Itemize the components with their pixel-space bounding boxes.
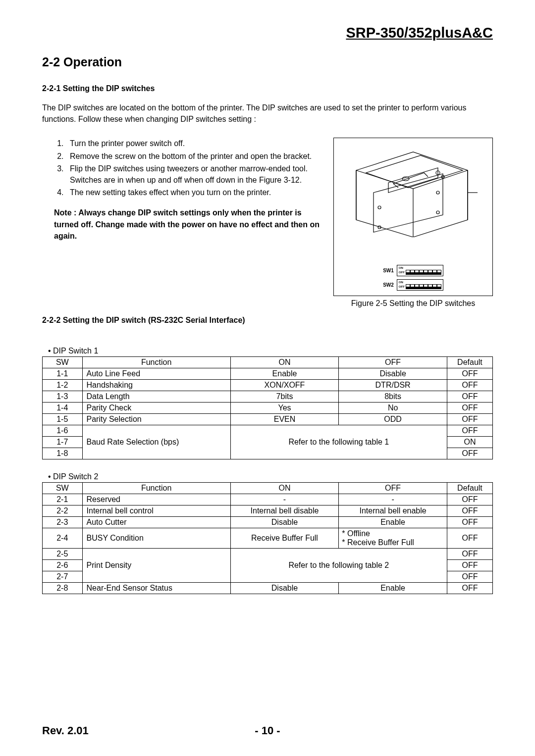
subsection-2-2-2-title: 2-2-2 Setting the DIP switch (RS-232C Se… [42,316,493,325]
step-1: Turn the printer power switch off. [66,138,326,149]
svg-point-6 [436,211,439,214]
dip2-label: • DIP Switch 2 [48,472,493,481]
figure-box: SW1 ON OFF SW2 ON [333,138,493,296]
section-title: 2-2 Operation [42,55,493,69]
revision-label: Rev. 2.01 [42,724,89,737]
document-header-title: SRP-350/352plusA&C [42,25,493,41]
on-label: ON [399,266,403,269]
step-2: Remove the screw on the bottom of the pr… [66,151,326,162]
table-header-row: SW Function ON OFF Default [43,357,493,368]
intro-paragraph: The DIP switches are located on the bott… [42,102,493,125]
step-4: The new setting takes effect when you tu… [66,187,326,198]
table-row: 1-2HandshakingXON/XOFFDTR/DSROFF [43,380,493,391]
sw2-label: SW2 [383,282,394,288]
table-row: 2-2Internal bell controlInternal bell di… [43,505,493,517]
on-label-2: ON [399,281,403,284]
col-on: ON [230,483,339,494]
steps-list: Turn the printer power switch off. Remov… [42,138,326,198]
col-off: OFF [339,357,447,368]
dip1-label: • DIP Switch 1 [48,347,493,355]
table-row: 2-1Reserved--OFF [43,494,493,505]
page-number: - 10 - [255,724,280,737]
table-row: 1-1Auto Line FeedEnableDisableOFF [43,368,493,380]
table-row: 2-8Near-End Sensor StatusDisableEnableOF… [43,583,493,594]
off-label: OFF [399,271,405,274]
off-label-2: OFF [399,285,405,288]
dip-switch-1-table: SW Function ON OFF Default 1-1Auto Line … [42,356,493,459]
col-sw: SW [43,483,83,494]
step-3: Flip the DIP switches using tweezers or … [66,163,326,186]
table-row: 2-3Auto CutterDisableEnableOFF [43,517,493,528]
col-default: Default [447,483,492,494]
svg-point-4 [436,191,439,194]
page-footer: Rev. 2.01 - 10 - Rev. 2.01 [42,724,493,737]
figure-column: SW1 ON OFF SW2 ON [333,138,493,308]
dip-switch-diagram: SW1 ON OFF SW2 ON [383,265,443,291]
dip-switch-2-table: SW Function ON OFF Default 2-1Reserved--… [42,482,493,594]
table-row: 1-5Parity SelectionEVENODDOFF [43,414,493,425]
sw1-label: SW1 [383,268,394,273]
table-row: 1-4Parity CheckYesNoOFF [43,403,493,414]
table-row: 2-5Print DensityRefer to the following t… [43,549,493,560]
figure-caption: Figure 2-5 Setting the DIP switches [333,299,493,308]
svg-point-3 [378,206,381,209]
printer-bottom-illustration [344,143,482,237]
col-sw: SW [43,357,83,368]
table-header-row: SW Function ON OFF Default [43,483,493,494]
subsection-2-2-1-title: 2-2-1 Setting the DIP switches [42,84,493,93]
col-function: Function [82,357,230,368]
table-row: 2-4BUSY ConditionReceive Buffer Full* Of… [43,528,493,549]
col-default: Default [447,357,492,368]
col-off: OFF [339,483,447,494]
busy-off-cell: * Offline * Receive Buffer Full [339,528,447,549]
steps-column: Turn the printer power switch off. Remov… [42,138,326,308]
table-row: 1-6Baud Rate Selection (bps)Refer to the… [43,425,493,437]
col-function: Function [82,483,230,494]
table-row: 1-3Data Length7bits8bitsOFF [43,391,493,403]
steps-and-figure-row: Turn the printer power switch off. Remov… [42,138,493,308]
note-paragraph: Note : Always change DIP switch settings… [42,207,326,242]
col-on: ON [230,357,339,368]
